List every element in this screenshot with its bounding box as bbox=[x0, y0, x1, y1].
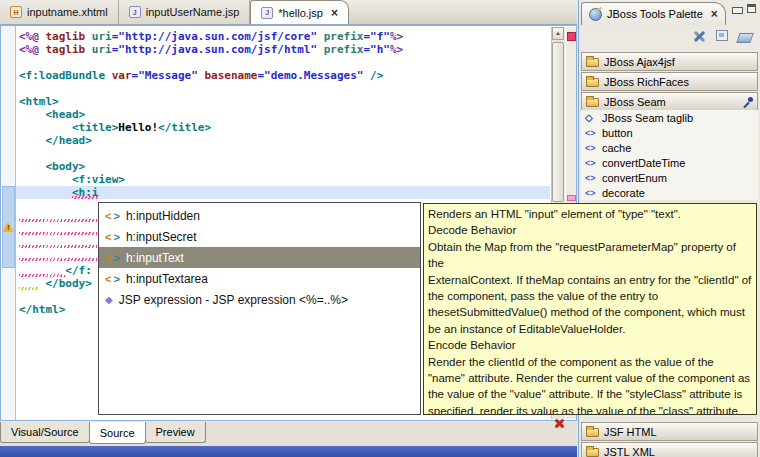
code-token bbox=[39, 277, 46, 290]
book-icon: ◇ bbox=[585, 112, 597, 123]
palette-group-jboss-richfaces[interactable]: JBoss RichFaces bbox=[581, 72, 758, 91]
code-token: prefix bbox=[324, 30, 364, 43]
mode-tab-preview[interactable]: Preview bbox=[145, 422, 206, 443]
code-line[interactable]: </head> bbox=[16, 134, 550, 147]
minimize-icon[interactable] bbox=[732, 7, 743, 14]
tag-icon: <> bbox=[585, 143, 597, 153]
palette-group-jboss-seam[interactable]: JBoss Seam bbox=[581, 92, 758, 111]
code-token bbox=[19, 173, 72, 186]
code-token: ="f" bbox=[363, 30, 390, 43]
code-line[interactable]: <head> bbox=[16, 108, 550, 121]
tab-close-icon[interactable]: × bbox=[331, 6, 338, 20]
tag-icon: < bbox=[105, 252, 111, 264]
mode-tab-source[interactable]: Source bbox=[89, 422, 146, 444]
pin-icon[interactable] bbox=[743, 97, 753, 107]
content-assist-popup[interactable]: <>h:inputHidden<>h:inputSecret<>h:inputT… bbox=[98, 202, 421, 415]
show-hide-icon[interactable] bbox=[716, 30, 728, 41]
tag-icon: > bbox=[113, 231, 119, 243]
code-line[interactable] bbox=[16, 56, 550, 69]
code-token: var bbox=[112, 69, 132, 82]
completion-item-jsp[interactable]: ◆JSP expression - JSP expression <%=..%> bbox=[99, 289, 420, 310]
editor-tab--hello-jsp[interactable]: J*hello.jsp× bbox=[250, 0, 349, 24]
code-token: <html> bbox=[19, 95, 59, 108]
mode-tab-visual-source[interactable]: Visual/Source bbox=[0, 422, 90, 443]
palette-item-button[interactable]: <>button bbox=[581, 125, 758, 140]
folder-icon bbox=[586, 428, 599, 437]
palette-icon bbox=[589, 8, 602, 21]
editor-tab-inputname-xhtml[interactable]: Hinputname.xhtml bbox=[0, 0, 119, 24]
palette-view-tab[interactable]: JBoss Tools Palette × bbox=[581, 2, 726, 25]
error-marker[interactable] bbox=[567, 32, 576, 41]
palette-toolbar bbox=[693, 30, 752, 43]
palette-group-list: JBoss Ajax4jsfJBoss RichFacesJBoss Seam bbox=[581, 52, 758, 112]
palette-item-convertenum[interactable]: <>convertEnum bbox=[581, 170, 758, 185]
palette-item-cache[interactable]: <>cache bbox=[581, 140, 758, 155]
tab-label: inputUserName.jsp bbox=[146, 6, 240, 18]
code-token: ="Message" bbox=[132, 69, 198, 82]
code-line[interactable]: <f:view> bbox=[16, 173, 550, 186]
palette-editor-icon[interactable] bbox=[693, 30, 706, 43]
code-line[interactable]: <%@ taglib uri="http://java.sun.com/jsf/… bbox=[16, 43, 550, 56]
code-line[interactable] bbox=[16, 147, 550, 160]
import-icon[interactable] bbox=[736, 33, 754, 43]
tooltip-line: the component, pass the value of the ent… bbox=[428, 288, 752, 304]
palette-group-jstl-xml[interactable]: JSTL XML bbox=[581, 442, 758, 457]
editor-tab-inputusername-jsp[interactable]: JinputUserName.jsp bbox=[119, 0, 251, 24]
tooltip-line: Renders an HTML "input" element of "type… bbox=[428, 206, 752, 222]
code-token: %> bbox=[390, 43, 403, 56]
code-line[interactable]: <body> bbox=[16, 160, 550, 173]
completion-item-h-inputtext[interactable]: <>h:inputText bbox=[99, 247, 420, 268]
code-line[interactable]: <h:i bbox=[16, 186, 550, 199]
code-token: <body> bbox=[46, 160, 86, 173]
code-token bbox=[19, 277, 39, 290]
code-line[interactable] bbox=[16, 82, 550, 95]
code-token bbox=[19, 186, 72, 199]
error-squiggle bbox=[19, 225, 97, 237]
annotation-ruler[interactable]: ! bbox=[1, 26, 16, 420]
completion-item-h-inputhidden[interactable]: <>h:inputHidden bbox=[99, 205, 420, 226]
code-token: <head> bbox=[46, 108, 86, 121]
editor-tab-bar: Hinputname.xhtmlJinputUserName.jspJ*hell… bbox=[0, 0, 577, 25]
code-line[interactable]: <html> bbox=[16, 95, 550, 108]
palette-group-label: JBoss Seam bbox=[604, 96, 666, 108]
completion-label: h:inputText bbox=[126, 251, 184, 265]
palette-item-decorate[interactable]: <>decorate bbox=[581, 185, 758, 200]
code-line[interactable]: <%@ taglib uri="http://java.sun.com/jsf/… bbox=[16, 30, 550, 43]
tag-icon: <> bbox=[585, 188, 597, 198]
scroll-thumb[interactable] bbox=[552, 42, 564, 202]
code-token: taglib bbox=[46, 43, 92, 56]
maximize-icon[interactable] bbox=[747, 4, 756, 13]
palette-group-jsf-html[interactable]: JSF HTML bbox=[581, 422, 758, 441]
palette-item-label: decorate bbox=[602, 187, 645, 199]
completion-item-h-inputtextarea[interactable]: <>h:inputTextarea bbox=[99, 268, 420, 289]
ide-window: Hinputname.xhtmlJinputUserName.jspJ*hell… bbox=[0, 0, 760, 457]
tab-label: inputname.xhtml bbox=[27, 6, 108, 18]
warning-icon[interactable]: ! bbox=[2, 221, 15, 233]
palette-close-icon[interactable]: × bbox=[711, 7, 718, 21]
code-line[interactable]: <f:loadBundle var="Message" basename="de… bbox=[16, 69, 550, 82]
tooltip-line: "name" attribute. Render the current val… bbox=[428, 370, 752, 386]
tag-icon: < bbox=[105, 231, 111, 243]
palette-group-label: JBoss Ajax4jsf bbox=[604, 56, 675, 68]
scroll-up-button[interactable]: ▲ bbox=[552, 27, 564, 40]
tooltip-line: thesetSubmittedValue() method of the com… bbox=[428, 304, 752, 320]
code-line[interactable]: <title>Hello!</title> bbox=[16, 121, 550, 134]
code-token bbox=[19, 264, 65, 277]
palette-item-convertdatetime[interactable]: <>convertDateTime bbox=[581, 155, 758, 170]
palette-title: JBoss Tools Palette bbox=[607, 8, 703, 20]
palette-item-jboss-seam-taglib[interactable]: ◇JBoss Seam taglib bbox=[581, 110, 758, 125]
palette-item-label: button bbox=[602, 127, 633, 139]
code-token: </head> bbox=[46, 134, 92, 147]
warning-marker[interactable] bbox=[567, 195, 576, 201]
tag-icon: < bbox=[105, 210, 111, 222]
tag-icon: <> bbox=[585, 128, 597, 138]
completion-item-h-inputsecret[interactable]: <>h:inputSecret bbox=[99, 226, 420, 247]
palette-bottom-groups: JSF HTMLJSTL XML bbox=[581, 422, 758, 457]
error-squiggle bbox=[19, 238, 97, 250]
error-squiggle bbox=[19, 212, 97, 224]
palette-header: JBoss Tools Palette × bbox=[579, 0, 760, 26]
jsp-file-icon: J bbox=[261, 7, 273, 19]
code-token: %> bbox=[390, 30, 403, 43]
palette-group-jboss-ajax4jsf[interactable]: JBoss Ajax4jsf bbox=[581, 52, 758, 71]
error-x-icon bbox=[553, 417, 565, 429]
